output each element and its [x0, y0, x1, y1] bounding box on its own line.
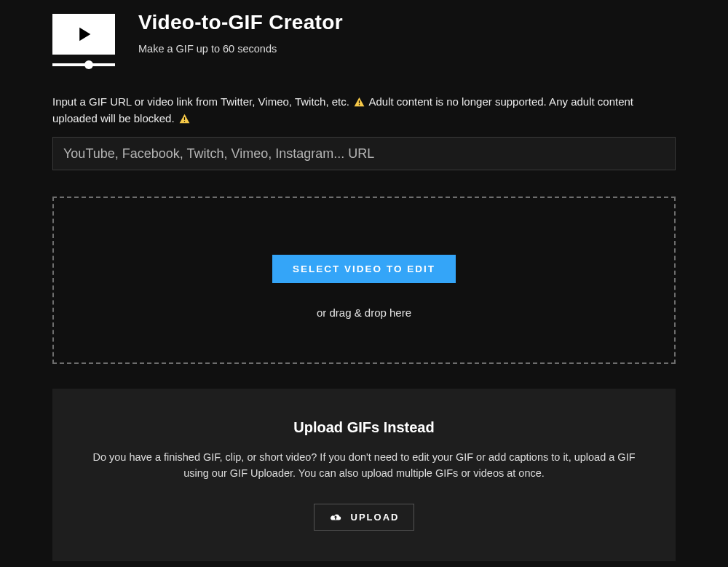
warning-icon	[354, 97, 365, 107]
svg-rect-3	[184, 121, 185, 122]
disclaimer-part1: Input a GIF URL or video link from Twitt…	[52, 95, 349, 108]
video-progress-bar-icon	[52, 63, 115, 66]
disclaimer-text: Input a GIF URL or video link from Twitt…	[52, 94, 676, 127]
page-header: Video-to-GIF Creator Make a GIF up to 60…	[52, 11, 676, 66]
svg-rect-0	[359, 100, 360, 103]
upload-gifs-panel: Upload GIFs Instead Do you have a finish…	[52, 389, 676, 561]
upload-button[interactable]: UPLOAD	[314, 504, 415, 531]
upload-panel-body: Do you have a finished GIF, clip, or sho…	[89, 449, 639, 482]
upload-button-label: UPLOAD	[351, 512, 400, 523]
page-subtitle: Make a GIF up to 60 seconds	[138, 43, 343, 55]
drag-drop-hint: or drag & drop here	[68, 306, 660, 319]
video-progress-knob-icon	[84, 60, 93, 69]
url-input[interactable]	[52, 137, 676, 170]
page-container: Video-to-GIF Creator Make a GIF up to 60…	[0, 0, 728, 561]
video-player-icon	[52, 14, 115, 66]
page-title: Video-to-GIF Creator	[138, 11, 343, 34]
header-text-block: Video-to-GIF Creator Make a GIF up to 60…	[138, 11, 343, 55]
select-video-button[interactable]: SELECT VIDEO TO EDIT	[272, 255, 456, 283]
dropzone[interactable]: SELECT VIDEO TO EDIT or drag & drop here	[52, 197, 676, 364]
cloud-upload-icon	[329, 512, 342, 522]
svg-rect-1	[359, 104, 360, 105]
svg-rect-2	[184, 117, 185, 120]
play-thumbnail-icon	[52, 14, 115, 55]
upload-panel-heading: Upload GIFs Instead	[89, 419, 639, 436]
warning-icon	[179, 114, 190, 124]
